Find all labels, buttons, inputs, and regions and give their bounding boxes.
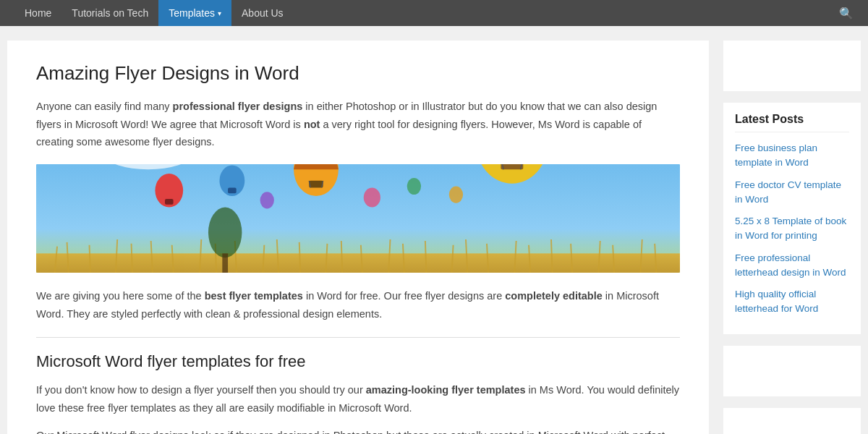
page-wrapper: Amazing Flyer Designs in Word Anyone can… (0, 26, 868, 434)
latest-post-1[interactable]: Free business plan template in Word (735, 141, 849, 171)
sidebar-ad-bot (723, 408, 861, 435)
nav-links: Home Tutorials on Tech Templates ▾ About… (14, 0, 294, 26)
section-para-1: If you don't know how to design a flyer … (36, 381, 680, 417)
svg-rect-38 (222, 253, 228, 273)
sidebar-ad-top (723, 41, 861, 91)
latest-posts-title: Latest Posts (735, 113, 849, 132)
svg-point-54 (407, 178, 421, 195)
hero-image (36, 164, 680, 273)
main-nav: Home Tutorials on Tech Templates ▾ About… (0, 0, 868, 26)
latest-post-5[interactable]: High quality official letterhead for Wor… (735, 287, 849, 317)
svg-point-55 (449, 186, 463, 203)
svg-rect-42 (501, 164, 523, 169)
nav-about[interactable]: About Us (231, 0, 294, 26)
nav-templates[interactable]: Templates ▾ (158, 0, 231, 26)
svg-point-53 (364, 187, 380, 207)
latest-post-3[interactable]: 5.25 x 8 Template of book in Word for pr… (735, 214, 849, 244)
search-icon[interactable]: 🔍 (839, 7, 854, 20)
body-paragraph: We are giving you here some of the best … (36, 287, 680, 323)
intro-paragraph: Anyone can easily find many professional… (36, 98, 680, 151)
latest-post-2[interactable]: Free doctor CV template in Word (735, 178, 849, 208)
balloons-svg (36, 164, 680, 273)
latest-post-4[interactable]: Free professional letterhead design in W… (735, 251, 849, 281)
caret-icon: ▾ (218, 9, 221, 17)
section-title: Microsoft Word flyer templates for free (36, 352, 680, 371)
section-para-2: Our Microsoft Word flyer designs look as… (36, 427, 680, 434)
svg-point-37 (208, 207, 242, 258)
sidebar: Latest Posts Free business plan template… (723, 41, 861, 434)
nav-tutorials[interactable]: Tutorials on Tech (61, 0, 158, 26)
svg-rect-52 (228, 187, 237, 193)
page-title: Amazing Flyer Designs in Word (36, 62, 680, 85)
latest-posts-box: Latest Posts Free business plan template… (723, 103, 861, 334)
main-content: Amazing Flyer Designs in Word Anyone can… (7, 41, 709, 434)
divider (36, 337, 680, 338)
nav-home[interactable]: Home (14, 0, 61, 26)
svg-rect-46 (309, 181, 323, 188)
sidebar-ad-mid (723, 346, 861, 396)
svg-point-56 (260, 192, 274, 208)
svg-rect-50 (165, 199, 174, 205)
